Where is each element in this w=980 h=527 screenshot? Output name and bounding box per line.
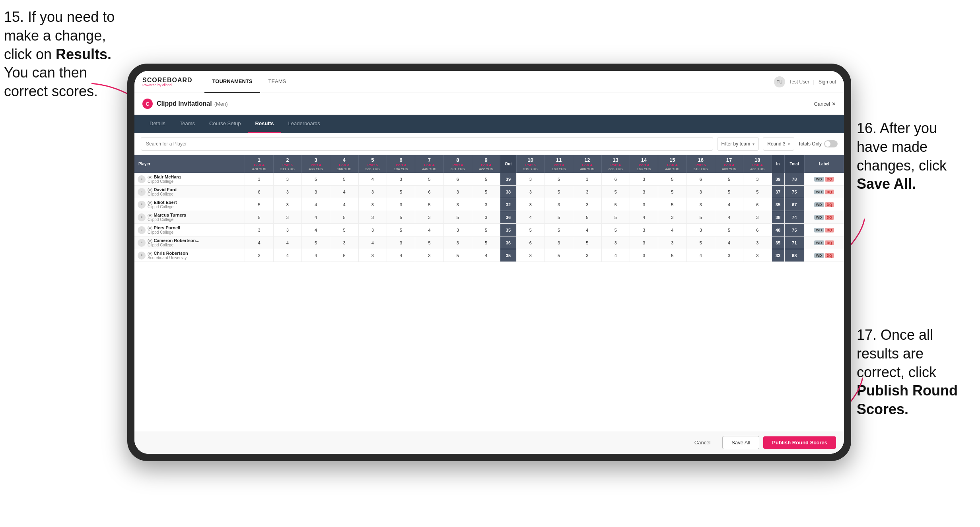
sign-out-link[interactable]: Sign out	[819, 79, 836, 85]
hole-12-score[interactable]: 3	[573, 173, 601, 186]
hole-7-score[interactable]: 5	[415, 198, 443, 211]
hole-12-score[interactable]: 3	[573, 186, 601, 198]
hole-14-score[interactable]: 3	[630, 186, 658, 198]
cancel-tournament-button[interactable]: Cancel ✕	[814, 101, 836, 107]
hole-6-score[interactable]: 5	[387, 224, 415, 236]
sub-nav-details[interactable]: Details	[142, 115, 173, 133]
hole-6-score[interactable]: 4	[387, 249, 415, 262]
hole-17-score[interactable]: 5	[715, 224, 743, 236]
hole-14-score[interactable]: 3	[630, 224, 658, 236]
hole-9-score[interactable]: 3	[472, 198, 500, 211]
hole-15-score[interactable]: 5	[658, 198, 686, 211]
hole-3-score[interactable]: 4	[301, 224, 330, 236]
hole-6-score[interactable]: 5	[387, 211, 415, 224]
hole-2-score[interactable]: 3	[273, 198, 301, 211]
hole-16-score[interactable]: 6	[686, 173, 715, 186]
hole-7-score[interactable]: 4	[415, 224, 443, 236]
label-wd[interactable]: WD	[814, 177, 824, 182]
hole-16-score[interactable]: 5	[686, 236, 715, 249]
hole-7-score[interactable]: 3	[415, 211, 443, 224]
label-dq[interactable]: DQ	[825, 202, 834, 207]
nav-tab-tournaments[interactable]: TOURNAMENTS	[204, 71, 261, 93]
hole-11-score[interactable]: 3	[544, 236, 573, 249]
hole-18-score[interactable]: 6	[743, 224, 772, 236]
label-dq[interactable]: DQ	[825, 253, 834, 258]
label-dq[interactable]: DQ	[825, 190, 834, 194]
label-wd[interactable]: WD	[814, 190, 824, 194]
hole-5-score[interactable]: 4	[358, 236, 387, 249]
hole-14-score[interactable]: 4	[630, 211, 658, 224]
hole-13-score[interactable]: 4	[601, 249, 630, 262]
hole-18-score[interactable]: 3	[743, 173, 772, 186]
hole-13-score[interactable]: 5	[601, 211, 630, 224]
hole-11-score[interactable]: 3	[544, 198, 573, 211]
hole-14-score[interactable]: 3	[630, 198, 658, 211]
hole-4-score[interactable]: 5	[330, 173, 358, 186]
label-wd[interactable]: WD	[814, 253, 824, 258]
hole-4-score[interactable]: 3	[330, 236, 358, 249]
hole-13-score[interactable]: 3	[601, 236, 630, 249]
hole-12-score[interactable]: 3	[573, 249, 601, 262]
hole-18-score[interactable]: 3	[743, 211, 772, 224]
hole-1-score[interactable]: 5	[245, 198, 273, 211]
hole-15-score[interactable]: 3	[658, 211, 686, 224]
hole-15-score[interactable]: 4	[658, 224, 686, 236]
hole-9-score[interactable]: 5	[472, 173, 500, 186]
nav-tab-teams[interactable]: TEAMS	[260, 71, 294, 93]
hole-10-score[interactable]: 4	[516, 211, 544, 224]
hole-8-score[interactable]: 6	[443, 173, 472, 186]
sub-nav-course-setup[interactable]: Course Setup	[202, 115, 248, 133]
search-input[interactable]	[141, 137, 713, 151]
hole-5-score[interactable]: 3	[358, 186, 387, 198]
hole-4-score[interactable]: 5	[330, 211, 358, 224]
hole-4-score[interactable]: 4	[330, 186, 358, 198]
hole-16-score[interactable]: 4	[686, 249, 715, 262]
hole-12-score[interactable]: 5	[573, 236, 601, 249]
hole-2-score[interactable]: 4	[273, 249, 301, 262]
hole-9-score[interactable]: 5	[472, 236, 500, 249]
label-dq[interactable]: DQ	[825, 215, 834, 220]
hole-15-score[interactable]: 5	[658, 186, 686, 198]
hole-13-score[interactable]: 5	[601, 198, 630, 211]
hole-14-score[interactable]: 3	[630, 249, 658, 262]
hole-3-score[interactable]: 4	[301, 249, 330, 262]
hole-3-score[interactable]: 5	[301, 236, 330, 249]
hole-8-score[interactable]: 3	[443, 236, 472, 249]
hole-8-score[interactable]: 3	[443, 224, 472, 236]
hole-9-score[interactable]: 5	[472, 224, 500, 236]
hole-1-score[interactable]: 3	[245, 224, 273, 236]
label-wd[interactable]: WD	[814, 228, 824, 232]
hole-17-score[interactable]: 4	[715, 198, 743, 211]
hole-9-score[interactable]: 4	[472, 249, 500, 262]
hole-5-score[interactable]: 3	[358, 224, 387, 236]
save-all-button[interactable]: Save All	[722, 436, 759, 449]
hole-3-score[interactable]: 3	[301, 186, 330, 198]
hole-8-score[interactable]: 3	[443, 198, 472, 211]
hole-17-score[interactable]: 4	[715, 211, 743, 224]
label-dq[interactable]: DQ	[825, 240, 834, 245]
hole-1-score[interactable]: 6	[245, 186, 273, 198]
hole-8-score[interactable]: 3	[443, 186, 472, 198]
hole-11-score[interactable]: 5	[544, 224, 573, 236]
hole-5-score[interactable]: 4	[358, 173, 387, 186]
hole-10-score[interactable]: 6	[516, 236, 544, 249]
hole-3-score[interactable]: 4	[301, 198, 330, 211]
hole-17-score[interactable]: 5	[715, 186, 743, 198]
hole-6-score[interactable]: 5	[387, 186, 415, 198]
hole-1-score[interactable]: 5	[245, 211, 273, 224]
hole-2-score[interactable]: 3	[273, 186, 301, 198]
cancel-button[interactable]: Cancel	[686, 436, 718, 449]
hole-4-score[interactable]: 4	[330, 198, 358, 211]
hole-16-score[interactable]: 3	[686, 186, 715, 198]
hole-6-score[interactable]: 3	[387, 198, 415, 211]
hole-10-score[interactable]: 5	[516, 224, 544, 236]
hole-17-score[interactable]: 5	[715, 173, 743, 186]
hole-16-score[interactable]: 3	[686, 198, 715, 211]
hole-2-score[interactable]: 4	[273, 236, 301, 249]
hole-1-score[interactable]: 4	[245, 236, 273, 249]
hole-14-score[interactable]: 3	[630, 173, 658, 186]
hole-7-score[interactable]: 5	[415, 236, 443, 249]
hole-7-score[interactable]: 6	[415, 186, 443, 198]
hole-10-score[interactable]: 3	[516, 173, 544, 186]
hole-3-score[interactable]: 5	[301, 173, 330, 186]
